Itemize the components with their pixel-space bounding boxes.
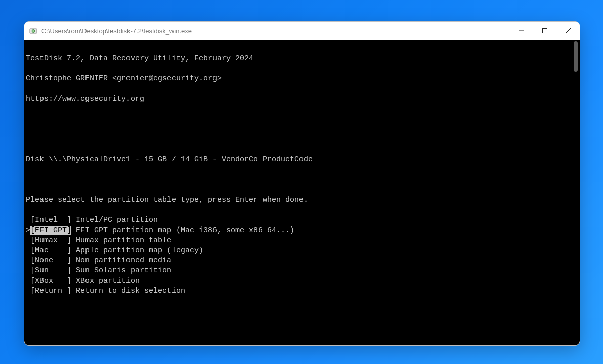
menu-marker [26,236,30,245]
menu-desc: Intel/PC partition [71,216,158,224]
prompt-line: Please select the partition table type, … [24,195,580,205]
menu-item[interactable]: [XBox ] XBox partition [24,276,580,286]
menu-marker [26,287,30,295]
menu-desc: Apple partition map (legacy) [71,246,203,255]
menu-item[interactable]: [None ] Non partitioned media [24,256,580,266]
header-line: Christophe GRENIER <grenier@cgsecurity.o… [24,74,580,84]
terminal-output[interactable]: TestDisk 7.2, Data Recovery Utility, Feb… [24,40,580,345]
blank-line [24,175,580,185]
menu-item[interactable]: >[EFI GPT] EFI GPT partition map (Mac i3… [24,225,580,236]
header-line: https://www.cgsecurity.org [24,94,580,104]
menu-desc: Return to disk selection [71,287,185,295]
maximize-button[interactable] [533,22,556,40]
svg-point-2 [33,31,34,32]
menu-item[interactable]: [Intel ] Intel/PC partition [24,215,580,225]
menu-label: [XBox ] [30,277,71,285]
window-title: C:\Users\rom\Desktop\testdisk-7.2\testdi… [41,27,510,35]
menu-item[interactable]: [Humax ] Humax partition table [24,236,580,246]
menu-marker [26,246,30,255]
blank-line [24,114,580,124]
menu-marker: > [26,226,30,235]
menu-label: [Humax ] [30,236,71,245]
menu-label: [EFI GPT] [30,226,71,235]
close-button[interactable] [556,22,580,40]
menu-desc: Humax partition table [71,236,171,245]
menu-desc: Sun Solaris partition [71,266,171,275]
blank-line [24,327,580,337]
app-window: C:\Users\rom\Desktop\testdisk-7.2\testdi… [24,21,580,346]
menu-marker [26,216,30,224]
menu-label: [Return ] [30,287,71,295]
header-line: TestDisk 7.2, Data Recovery Utility, Feb… [24,54,580,64]
menu-marker [26,266,30,275]
menu-item[interactable]: [Return ] Return to disk selection [24,286,580,296]
disk-line: Disk \\.\PhysicalDrive1 - 15 GB / 14 GiB… [24,155,580,165]
blank-line [24,306,580,316]
blank-line [24,134,580,145]
window-controls [510,22,580,40]
scrollbar[interactable] [573,41,579,344]
terminal-area: TestDisk 7.2, Data Recovery Utility, Feb… [24,40,580,345]
menu-desc: Non partitioned media [71,256,171,265]
menu-desc: EFI GPT partition map (Mac i386, some x8… [71,226,294,235]
menu-desc: XBox partition [71,277,140,285]
titlebar[interactable]: C:\Users\rom\Desktop\testdisk-7.2\testdi… [24,22,580,40]
menu-label: [None ] [30,256,71,265]
menu-label: [Mac ] [30,246,71,255]
menu-marker [26,277,30,285]
menu-item[interactable]: [Sun ] Sun Solaris partition [24,266,580,276]
app-icon [29,27,37,35]
menu-label: [Sun ] [30,266,71,275]
menu-marker [26,256,30,265]
scrollbar-thumb[interactable] [574,41,578,72]
menu-item[interactable]: [Mac ] Apple partition map (legacy) [24,246,580,256]
minimize-button[interactable] [510,22,533,40]
svg-rect-4 [543,29,547,33]
menu-label: [Intel ] [30,216,71,224]
